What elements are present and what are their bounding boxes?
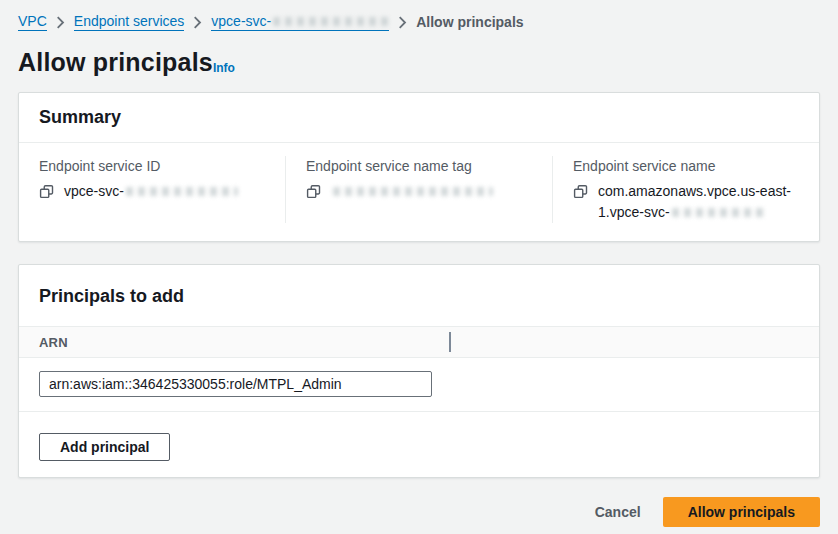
breadcrumb-current-page: Allow principals <box>416 14 523 30</box>
summary-title: Summary <box>39 107 799 128</box>
chevron-right-icon <box>193 16 202 29</box>
breadcrumb-service-id-link[interactable]: vpce-svc- <box>211 13 389 31</box>
summary-body: Endpoint service ID vpce-svc- Endpoint s… <box>19 143 819 241</box>
page-title: Allow principals <box>18 48 213 76</box>
breadcrumb-vpc-link[interactable]: VPC <box>18 13 47 31</box>
endpoint-service-id-value: vpce-svc- <box>64 181 238 202</box>
field-label: Endpoint service name tag <box>306 156 532 176</box>
cancel-button[interactable]: Cancel <box>595 499 641 525</box>
form-actions: Cancel Allow principals <box>18 497 820 527</box>
arn-input-row <box>19 358 819 411</box>
redacted-text <box>333 187 493 196</box>
breadcrumb-endpoint-services-link[interactable]: Endpoint services <box>74 13 185 31</box>
redacted-text <box>126 187 238 196</box>
page-title-row: Allow principals Info <box>18 48 820 76</box>
field-label: Endpoint service name <box>573 156 799 176</box>
chevron-right-icon <box>56 16 65 29</box>
arn-table-header-row: ARN <box>19 327 819 358</box>
field-value <box>306 181 532 202</box>
redacted-text <box>273 17 389 26</box>
summary-field-endpoint-service-name: Endpoint service name com.amazonaws.vpce… <box>552 156 819 223</box>
field-label: Endpoint service ID <box>39 156 265 176</box>
arn-input[interactable] <box>39 371 432 397</box>
value-prefix: vpce-svc- <box>64 183 124 199</box>
redacted-text <box>672 208 768 217</box>
summary-card: Summary Endpoint service ID vpce-svc- En… <box>18 92 820 242</box>
endpoint-service-name-value: com.amazonaws.vpce.us-east-1.vpce-svc- <box>598 181 799 223</box>
field-value: vpce-svc- <box>39 181 265 202</box>
add-principal-button[interactable]: Add principal <box>39 433 170 461</box>
summary-card-header: Summary <box>19 93 819 143</box>
info-link[interactable]: Info <box>213 60 235 76</box>
allow-principals-page: VPC Endpoint services vpce-svc- Allow pr… <box>0 0 838 527</box>
column-resize-handle[interactable] <box>449 332 451 352</box>
principals-card-header: Principals to add <box>19 265 819 327</box>
copy-icon[interactable] <box>573 184 588 223</box>
breadcrumb-service-id-prefix: vpce-svc- <box>211 13 271 30</box>
chevron-right-icon <box>398 16 407 29</box>
copy-icon[interactable] <box>306 184 321 202</box>
principals-card-footer: Add principal <box>19 411 819 477</box>
summary-field-endpoint-service-id: Endpoint service ID vpce-svc- <box>19 156 285 223</box>
endpoint-service-name-tag-value <box>331 181 493 202</box>
arn-column-header: ARN <box>39 335 68 350</box>
principals-to-add-card: Principals to add ARN Add principal <box>18 264 820 478</box>
summary-field-endpoint-service-name-tag: Endpoint service name tag <box>285 156 552 223</box>
allow-principals-button[interactable]: Allow principals <box>663 497 820 527</box>
principals-title: Principals to add <box>39 286 799 307</box>
copy-icon[interactable] <box>39 184 54 202</box>
breadcrumb: VPC Endpoint services vpce-svc- Allow pr… <box>18 13 820 31</box>
field-value: com.amazonaws.vpce.us-east-1.vpce-svc- <box>573 181 799 223</box>
